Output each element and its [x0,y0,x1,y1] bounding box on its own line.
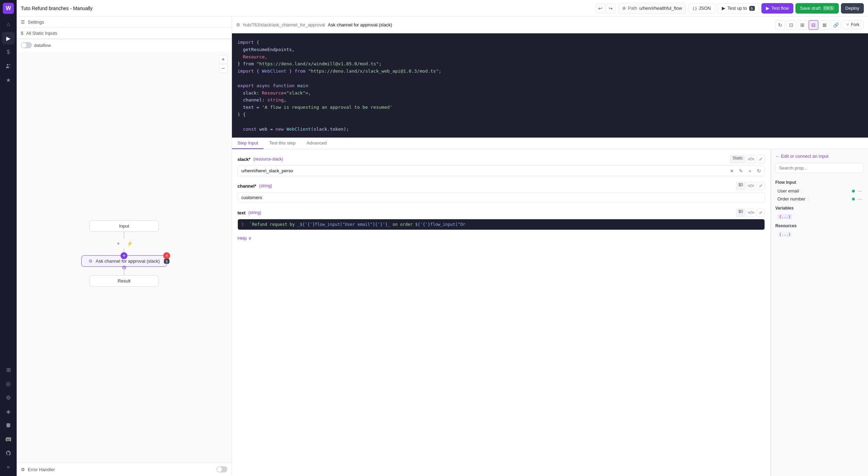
variables-item[interactable]: {...} [775,213,864,221]
settings-bar[interactable]: ☰ Settings [17,17,232,28]
text-code-input[interactable]: 1 `Refund request by _${'{'}flow_input["… [237,219,765,230]
move-icon: ✦ [115,240,122,247]
sidebar-icon-money[interactable]: $ [2,46,15,58]
lightning-icon: ⚡ [126,240,133,247]
step-inputs-panel: slack* (resource-slack) Static </> ⤢ [232,149,868,476]
step-header: ⚙ hub/763/slack/ask_channel_for_approval… [232,17,868,33]
back-button[interactable]: ← Edit or connect an input [775,154,864,159]
flow-panel: ☰ Settings $ All Static Inputs dataflow … [17,17,232,476]
sidebar-icon-db[interactable] [2,419,15,432]
undo-redo-group: ↩ ↪ [595,3,616,13]
ask-channel-node[interactable]: + × ⚙ Ask channel for approval (slack) b… [81,255,167,267]
flow-title: Tuto Refund branches - Manually [21,6,593,11]
tab-test-this-step[interactable]: Test this step [264,138,301,149]
tab-step-input[interactable]: Step Input [232,138,264,149]
channel-controls: $0 </> ⤢ [736,182,765,190]
step-gear-icon: ⚙ [236,22,240,27]
code-line-14 [237,133,862,138]
test-up-to-button[interactable]: ▶ Test up to b [717,3,759,14]
app-logo: W [3,3,14,14]
tabs-bar: Step Input Test this step Advanced [232,138,868,149]
sidebar-icon-github[interactable] [2,447,15,459]
fullscreen-btn[interactable]: ⊞ [798,20,807,30]
step-path: hub/763/slack/ask_channel_for_approval [243,22,325,27]
input-node[interactable]: Input [89,220,159,232]
sidebar-icon-users[interactable] [2,60,15,72]
node-add-button[interactable]: + [120,252,127,259]
sidebar-icon-squares[interactable]: ⊞ [2,363,15,376]
link-btn[interactable]: 🔗 [831,20,841,30]
sidebar-icon-collapse[interactable]: « [2,461,15,473]
help-row[interactable]: Help ∨ [237,236,765,241]
channel-label: channel* [237,183,256,189]
undo-button[interactable]: ↩ [595,3,605,13]
error-handler-icon: ⚙ [21,467,25,472]
sidebar-icon-flows[interactable]: ▶ [2,32,15,44]
path-display[interactable]: ⊕ Path u/henri/healthful_flow [618,3,686,14]
text-code-btn[interactable]: </> [747,208,755,217]
slack-static-badge: Static [730,155,745,163]
panel-btn[interactable]: ⊠ [820,20,829,30]
save-draft-button[interactable]: Save draft Ctrl S [795,3,838,14]
connector-3 [124,267,124,275]
json-button[interactable]: { } JSON [688,3,715,14]
zoom-out-button[interactable]: − [219,64,227,73]
resources-item[interactable]: {...} [775,230,864,238]
slack-add-btn[interactable]: + [746,167,754,175]
variables-title: Variables [775,206,864,211]
content-area: ☰ Settings $ All Static Inputs dataflow … [17,17,868,476]
code-line-11: ) { [237,111,862,118]
step-header-actions: ↻ ⊡ ⊞ ⊟ ⊠ 🔗 ⑂ Fork [775,20,864,30]
slack-input[interactable] [238,166,728,176]
sidebar-icon-home[interactable]: ⌂ [2,18,15,31]
zoom-in-button[interactable]: + [219,55,227,64]
refresh-btn[interactable]: ↻ [775,20,785,30]
slack-input-row: slack* (resource-slack) Static </> ⤢ [237,155,765,176]
sidebar-icon-tag[interactable]: ◈ [2,405,15,418]
code-line-1: import { [237,39,862,46]
node-remove-button[interactable]: × [163,252,170,259]
flow-input-order-number[interactable]: Order number : — [775,195,864,203]
node-actions-1: ✦ ⚡ [115,240,133,247]
slack-code-btn[interactable]: </> [747,155,755,163]
sidebar-icon-gear[interactable]: ⚙ [2,391,15,404]
test-flow-button[interactable]: ▶ Test flow [761,3,794,14]
code-line-5: import { WebClient } from "https://deno.… [237,68,862,75]
error-handler-toggle[interactable] [216,466,227,473]
sidebar-icon-eye[interactable]: ◎ [2,377,15,390]
slack-field-actions: ✕ ✎ + ↻ [728,167,765,175]
result-node[interactable]: Result [89,275,159,287]
flow-input-user-email[interactable]: User email : — [775,187,864,195]
history-btn[interactable]: ⊡ [786,20,796,30]
all-static-inputs-bar[interactable]: $ All Static Inputs [17,28,232,39]
code-line-7: export async function main( [237,82,862,90]
svg-point-0 [7,64,9,66]
tab-advanced[interactable]: Advanced [301,138,332,149]
text-expand-btn[interactable]: ⤢ [757,208,765,217]
slack-label: slack* [237,157,251,162]
dataflow-toggle[interactable] [21,42,32,48]
channel-input[interactable] [237,192,765,203]
sidebar-icon-starred[interactable]: ★ [2,74,15,86]
step-title: Ask channel for approval (slack) [328,22,773,27]
channel-code-btn[interactable]: </> [747,182,755,190]
split-btn[interactable]: ⊟ [809,20,818,30]
code-line-12 [237,118,862,126]
slack-controls: Static </> ⤢ [730,155,765,163]
fork-btn[interactable]: ⑂ Fork [842,20,864,29]
redo-button[interactable]: ↪ [606,3,616,13]
slack-clear-btn[interactable]: ✕ [728,167,736,175]
main-container: Tuto Refund branches - Manually ↩ ↪ ⊕ Pa… [17,0,868,476]
flow-input-title: Flow Input [775,180,864,185]
slack-refresh-btn[interactable]: ↻ [755,167,763,175]
text-code-line: 1 `Refund request by _${'{'}flow_input["… [241,222,761,227]
path-value: u/henri/healthful_flow [639,6,682,11]
channel-expand-btn[interactable]: ⤢ [757,182,765,190]
sidebar-icon-discord[interactable] [2,433,15,445]
slack-edit-btn[interactable]: ✎ [737,167,745,175]
code-editor[interactable]: import { getResumeEndpoints, Resource, }… [232,33,868,138]
deploy-button[interactable]: Deploy [841,3,864,14]
dataflow-row: dataflow [17,39,232,51]
slack-expand-btn[interactable]: ⤢ [757,155,765,163]
search-input[interactable] [775,163,864,173]
